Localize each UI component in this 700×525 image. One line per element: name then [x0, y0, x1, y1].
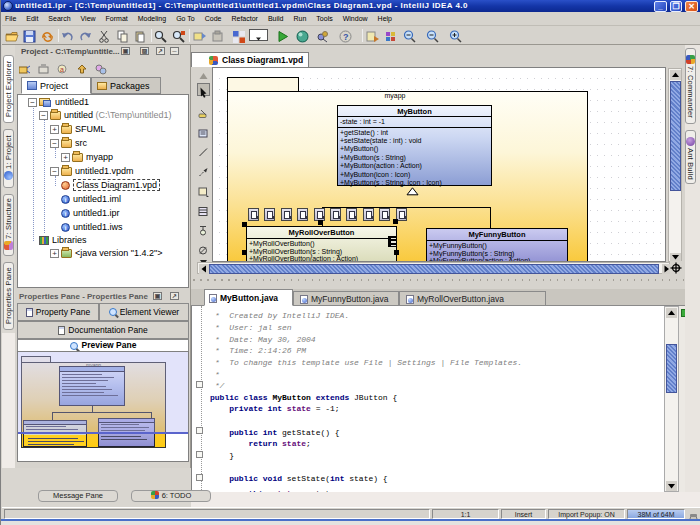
svg-text:?: ?: [343, 32, 349, 42]
svg-text:a: a: [60, 66, 64, 73]
